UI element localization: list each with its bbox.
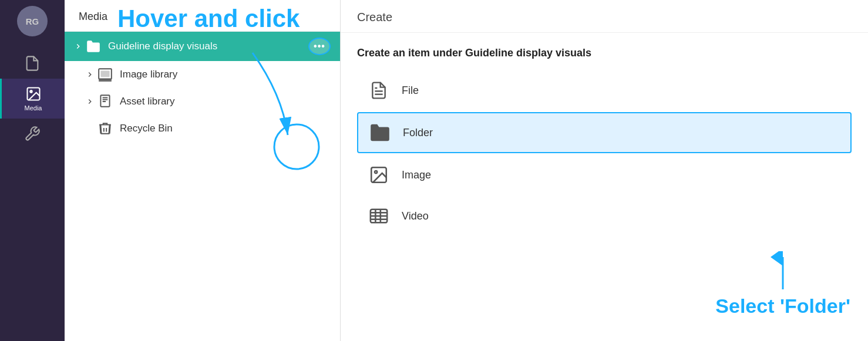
image-library-label: Image library — [120, 69, 331, 80]
video-icon-container — [368, 205, 390, 227]
icon-sidebar: RG Media — [0, 0, 65, 341]
image-icon — [369, 165, 389, 185]
recycle-bin-label: Recycle Bin — [120, 123, 331, 134]
wrench-icon — [24, 126, 41, 142]
left-panel-header: Media — [65, 0, 340, 32]
create-folder-item[interactable]: Folder — [357, 112, 852, 153]
create-image-item[interactable]: Image — [357, 156, 852, 194]
svg-line-12 — [100, 125, 100, 134]
folder-icon-container — [369, 121, 391, 144]
file-icon-container — [368, 79, 390, 102]
create-file-item[interactable]: File — [357, 71, 852, 110]
folder-label: Folder — [403, 127, 433, 139]
svg-point-1 — [30, 90, 32, 93]
file-label: File — [402, 85, 419, 97]
video-label: Video — [402, 210, 429, 222]
create-subtitle: Create an item under Guideline display v… — [357, 47, 852, 59]
tree-item-recycle-bin[interactable]: Recycle Bin — [65, 115, 340, 142]
video-icon — [369, 206, 389, 226]
recycle-bin-icon — [97, 121, 113, 136]
asset-library-icon — [97, 94, 113, 109]
image-label: Image — [402, 169, 431, 181]
right-panel-header: Create — [341, 0, 868, 33]
more-options-button[interactable]: ••• — [308, 38, 331, 55]
tree-item-guideline[interactable]: Guideline display visuals ••• — [65, 32, 340, 61]
sidebar-item-media[interactable]: Media — [0, 79, 65, 119]
svg-line-13 — [110, 125, 110, 134]
media-icon — [25, 86, 42, 102]
svg-rect-5 — [100, 71, 109, 77]
tree-item-image-library[interactable]: Image library — [65, 61, 340, 88]
svg-point-17 — [375, 171, 377, 173]
document-icon — [24, 55, 41, 72]
chevron-right-sub-icon — [86, 70, 94, 79]
image-library-icon — [97, 67, 113, 82]
right-panel-body: Create an item under Guideline display v… — [341, 33, 868, 341]
create-video-item[interactable]: Video — [357, 197, 852, 235]
svg-rect-8 — [100, 95, 109, 107]
select-folder-arrow — [765, 251, 800, 292]
left-panel: Hover and click Media Guideline display … — [65, 0, 341, 341]
folder-teal-icon — [86, 39, 101, 54]
image-icon-container — [368, 164, 390, 186]
file-icon — [369, 81, 388, 100]
sidebar-item-document[interactable] — [0, 48, 65, 79]
asset-library-label: Asset library — [120, 96, 331, 107]
chevron-right-asset-icon — [86, 97, 94, 106]
guideline-label: Guideline display visuals — [108, 40, 308, 52]
select-folder-annotation: Select 'Folder' — [715, 295, 850, 317]
right-panel: Create Create an item under Guideline di… — [341, 0, 868, 341]
tree-item-asset-library[interactable]: Asset library — [65, 88, 340, 115]
folder-dark-icon — [369, 121, 391, 144]
sidebar-item-media-label: Media — [25, 104, 42, 112]
sidebar-item-settings[interactable] — [0, 119, 65, 149]
avatar: RG — [17, 6, 48, 36]
chevron-right-icon — [74, 42, 82, 50]
